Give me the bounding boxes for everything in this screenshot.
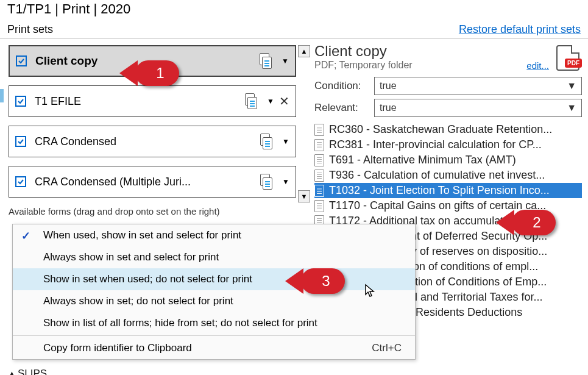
print-set-cra-condensed-multi[interactable]: CRA Condensed (Multiple Juri... ▼ [9,166,296,198]
cursor-icon [364,284,377,302]
restore-default-link[interactable]: Restore default print sets [459,23,581,36]
close-icon[interactable]: ✕ [279,94,289,109]
menu-shortcut: Ctrl+C [372,342,402,354]
checkbox-icon[interactable] [15,136,26,147]
condition-select[interactable]: true ▼ [374,77,582,95]
context-menu: ✓ When used, show in set and select for … [12,224,416,360]
chevron-down-icon[interactable]: ▼ [282,177,289,186]
relevant-value: true [380,102,397,113]
menu-item-label: When used, show in set and select for pr… [43,229,241,241]
relevant-select[interactable]: true ▼ [374,99,582,117]
menu-item-label: Always show in set and select for print [43,251,219,263]
menu-separator [13,335,415,336]
condition-label: Condition: [314,80,374,92]
menu-item-label: Copy form identifier to Clipboard [43,342,192,354]
chevron-down-icon[interactable]: ▼ [282,57,289,65]
chevron-down-icon: ▼ [567,102,576,113]
menu-item-copy[interactable]: Copy form identifier to Clipboard Ctrl+C [13,337,415,359]
menu-item-label: Always show in set; do not select for pr… [43,295,233,307]
callout-badge-2: 2 [512,210,556,235]
form-item[interactable]: RC381 - Inter-provincial calculation for… [314,137,582,152]
document-icon[interactable] [257,55,277,67]
menu-item[interactable]: Show in list of all forms; hide from set… [13,312,415,334]
form-item[interactable]: T691 - Alternative Minimum Tax (AMT) [314,152,582,168]
slips-row[interactable]: ▲SLIPS [9,368,296,375]
relevant-label: Relevant: [314,102,374,114]
form-item[interactable]: T1032 - Joint Election To Split Pension … [314,183,582,198]
pdf-icon: PDF [556,45,579,71]
check-icon: ✓ [21,229,30,243]
callout-badge-1: 1 [135,60,179,86]
expand-triangle-icon[interactable]: ▲ [9,370,15,375]
checkbox-icon[interactable] [16,55,27,66]
doc-subtitle: PDF; Temporary folder [314,60,413,71]
print-sets-label: Print sets [7,23,53,36]
print-set-label: T1 EFILE [35,95,243,108]
scroll-up-icon[interactable]: ▲ [298,45,310,57]
checkbox-icon[interactable] [15,176,26,187]
document-icon[interactable] [258,176,277,188]
checkbox-icon[interactable] [15,96,26,107]
print-set-cra-condensed[interactable]: CRA Condensed ▼ [9,126,296,157]
menu-item[interactable]: Always show in set; do not select for pr… [13,290,415,312]
file-icon [314,139,324,151]
page-title: T1/TP1 | Print | 2020 [0,0,588,21]
subheader: Print sets Restore default print sets [0,21,588,39]
file-icon [314,200,324,212]
menu-item[interactable]: Show in set when used; do not select for… [13,268,415,290]
callout-badge-3: 3 [301,268,345,294]
form-item[interactable]: RC360 - Saskatchewan Graduate Retention.… [314,122,582,137]
print-set-t1-efile[interactable]: T1 EFILE ▼ ✕ [9,85,296,117]
document-icon[interactable] [243,95,262,107]
menu-item-label: Show in set when used; do not select for… [43,273,252,285]
menu-item-label: Show in list of all forms; hide from set… [43,317,317,329]
document-icon[interactable] [258,135,277,148]
chevron-down-icon[interactable]: ▼ [267,97,274,105]
print-set-label: CRA Condensed (Multiple Juri... [35,176,258,188]
available-forms-label: Available forms (drag and drop onto set … [9,206,296,216]
menu-item[interactable]: Always show in set and select for print [13,246,415,268]
pdf-tag: PDF [565,59,582,68]
file-icon [314,154,324,166]
chevron-down-icon[interactable]: ▼ [282,137,289,146]
scroll-down-icon[interactable]: ▼ [298,190,310,202]
doc-title: Client copy [314,43,413,60]
condition-value: true [380,80,397,91]
print-set-label: CRA Condensed [35,135,258,148]
file-icon [314,170,324,182]
slips-label: SLIPS [18,368,47,375]
form-item[interactable]: T936 - Calculation of cumulative net inv… [314,168,582,183]
file-icon [314,124,324,136]
chevron-down-icon: ▼ [567,80,576,91]
edit-link[interactable]: edit... [526,60,549,71]
file-icon [314,185,324,197]
menu-item[interactable]: ✓ When used, show in set and select for … [13,224,415,246]
